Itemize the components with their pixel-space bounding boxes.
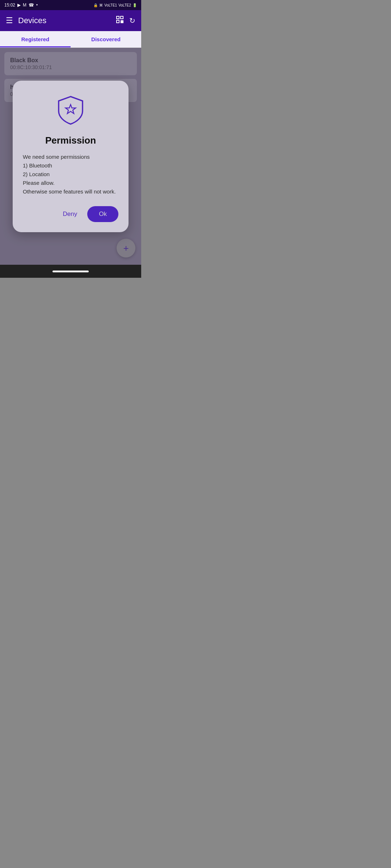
status-time: 15:02 xyxy=(4,3,15,8)
app-title: Devices xyxy=(18,16,110,25)
permission-text-line2: 1) Bluetooth xyxy=(23,162,52,169)
dialog-overlay: Permission We need some permissions 1) B… xyxy=(0,48,141,265)
content-area: Black Box 00:8C:10:30:01:71 ho 00 + Perm… xyxy=(0,48,141,265)
svg-rect-2 xyxy=(117,20,119,23)
status-left: 15:02 ▶ M ☎ • xyxy=(4,3,38,8)
qr-scan-icon[interactable] xyxy=(115,15,124,26)
facebook-icon: ▶ xyxy=(17,3,21,8)
menu-icon[interactable] xyxy=(6,16,13,25)
dialog-actions: Deny Ok xyxy=(23,206,118,222)
ok-button[interactable]: Ok xyxy=(87,206,118,222)
wifi-icon: ⌘ xyxy=(99,3,103,7)
status-right: 🔒 ⌘ VoLTE1 VoLTE2 🔋 xyxy=(93,3,137,7)
tab-registered[interactable]: Registered xyxy=(0,31,71,47)
tabs-bar: Registered Discovered xyxy=(0,31,141,48)
status-bar: 15:02 ▶ M ☎ • 🔒 ⌘ VoLTE1 VoLTE2 🔋 xyxy=(0,0,141,10)
svg-marker-6 xyxy=(66,105,76,114)
svg-rect-1 xyxy=(121,16,123,19)
svg-rect-0 xyxy=(117,16,119,19)
lock-icon: 🔒 xyxy=(93,3,98,7)
app-bar: Devices ↻ xyxy=(0,10,141,31)
permission-text-line3: 2) Location xyxy=(23,171,50,177)
nav-pill xyxy=(52,271,89,272)
nav-bar xyxy=(0,265,141,278)
deny-button[interactable]: Deny xyxy=(59,208,82,221)
permission-text-line4: Please allow. xyxy=(23,180,55,186)
gmail-icon: M xyxy=(23,3,26,8)
refresh-icon[interactable]: ↻ xyxy=(129,16,135,25)
shield-icon xyxy=(54,94,87,128)
svg-rect-5 xyxy=(121,22,123,23)
battery-icon: 🔋 xyxy=(133,3,137,7)
dialog-body: We need some permissions 1) Bluetooth 2)… xyxy=(23,153,118,196)
permission-dialog: Permission We need some permissions 1) B… xyxy=(13,81,129,232)
dialog-title: Permission xyxy=(45,135,96,146)
svg-rect-3 xyxy=(121,21,122,21)
lte1-icon: VoLTE1 xyxy=(104,3,117,7)
tab-discovered[interactable]: Discovered xyxy=(71,31,141,47)
permission-text-line1: We need some permissions xyxy=(23,154,90,160)
lte2-icon: VoLTE2 xyxy=(118,3,131,7)
dot-indicator: • xyxy=(36,3,38,8)
permission-text-line5: Otherwise some features will not work. xyxy=(23,188,116,195)
phone-icon: ☎ xyxy=(29,3,34,8)
svg-rect-4 xyxy=(122,21,123,21)
